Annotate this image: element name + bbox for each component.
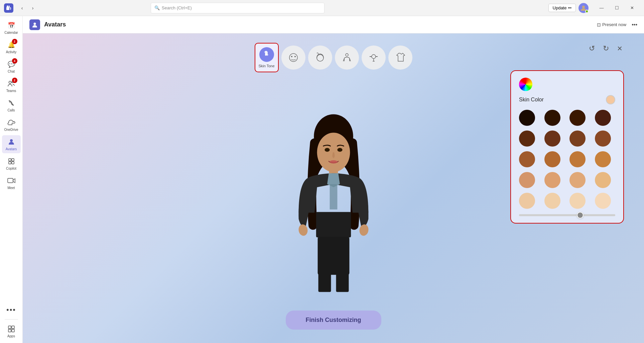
- meet-icon: [7, 176, 16, 185]
- selected-color-indicator: [606, 95, 615, 104]
- update-button[interactable]: Update •••: [548, 4, 576, 12]
- sidebar-label-meet: Meet: [7, 186, 15, 190]
- svg-point-1: [9, 6, 10, 7]
- finish-customizing-button[interactable]: Finish Customizing: [286, 311, 381, 330]
- teams-nav-icon: 2: [7, 79, 16, 88]
- sidebar-item-copilot[interactable]: Copilot: [2, 155, 21, 173]
- toolbar-body[interactable]: [335, 46, 359, 70]
- page-header: Avatars ⊡ Present now •••: [23, 16, 644, 33]
- sidebar-item-teams[interactable]: 2 Teams: [2, 77, 21, 95]
- svg-rect-35: [330, 184, 337, 209]
- svg-rect-0: [6, 7, 9, 10]
- sidebar-item-meet[interactable]: Meet: [2, 174, 21, 192]
- present-now-button[interactable]: ⊡ Present now: [594, 21, 629, 29]
- search-bar[interactable]: 🔍 Search (Ctrl+E): [151, 3, 325, 13]
- close-button[interactable]: ✕: [625, 3, 640, 13]
- toolbar-skin-tone[interactable]: Skin Tone: [255, 43, 279, 72]
- svg-rect-12: [8, 326, 11, 329]
- swatch-2-4[interactable]: [595, 131, 611, 147]
- swatch-1-3[interactable]: [569, 110, 586, 126]
- content-area: Avatars ⊡ Present now •••: [23, 16, 644, 343]
- swatch-5-1[interactable]: [519, 193, 535, 209]
- toolbar-accessories[interactable]: [362, 46, 386, 70]
- calendar-icon: 📅: [7, 21, 16, 30]
- swatch-4-2[interactable]: [544, 172, 560, 188]
- page-header-right: ⊡ Present now •••: [594, 21, 637, 29]
- swatch-1-1[interactable]: [519, 110, 535, 126]
- sidebar-label-activity: Activity: [6, 50, 17, 54]
- skin-tone-label: Skin Tone: [258, 64, 274, 68]
- window-controls: — ☐ ✕: [594, 3, 640, 13]
- skin-color-panel: Skin Color: [510, 70, 624, 224]
- undo-button[interactable]: ↺: [588, 43, 596, 54]
- sidebar-item-avatars[interactable]: Avatars: [2, 135, 21, 153]
- swatch-2-3[interactable]: [569, 131, 586, 147]
- header-more-button[interactable]: •••: [632, 22, 637, 28]
- search-placeholder: Search (Ctrl+E): [162, 5, 192, 10]
- sidebar-label-calls: Calls: [7, 108, 15, 112]
- swatch-5-3[interactable]: [569, 193, 586, 209]
- page-header-icon: [29, 19, 40, 30]
- sidebar-item-calendar[interactable]: 📅 Calendar: [2, 19, 21, 37]
- sidebar-item-calls[interactable]: Calls: [2, 96, 21, 114]
- swatch-3-3[interactable]: [569, 151, 586, 167]
- titlebar-right: Update ••• — ☐ ✕: [548, 3, 640, 13]
- svg-point-33: [358, 224, 369, 236]
- calls-icon: [7, 98, 16, 108]
- sidebar-label-apps: Apps: [7, 334, 15, 338]
- skin-slider-wrap: [519, 214, 615, 216]
- swatch-4-1[interactable]: [519, 172, 535, 188]
- avatar-toolbar: Skin Tone: [255, 43, 412, 72]
- redo-button[interactable]: ↻: [602, 43, 610, 54]
- skin-tone-icon: [259, 47, 274, 62]
- swatch-3-1[interactable]: [519, 151, 535, 167]
- sidebar-item-more[interactable]: •••: [2, 303, 21, 317]
- sidebar-label-calendar: Calendar: [4, 31, 18, 35]
- svg-rect-17: [265, 55, 268, 55]
- sidebar-item-apps[interactable]: Apps: [2, 322, 21, 340]
- svg-point-20: [294, 56, 296, 57]
- swatch-1-2[interactable]: [544, 110, 560, 126]
- swatch-1-4[interactable]: [595, 110, 611, 126]
- user-status-dot: [585, 10, 589, 13]
- copilot-icon: [7, 157, 16, 166]
- maximize-button[interactable]: ☐: [609, 3, 625, 13]
- avatar-area: Skin Tone: [23, 33, 644, 343]
- sidebar-item-onedrive[interactable]: OneDrive: [2, 116, 21, 134]
- svg-point-19: [291, 56, 292, 57]
- swatch-5-4[interactable]: [595, 193, 611, 209]
- toolbar-hair[interactable]: [308, 46, 332, 70]
- onedrive-icon: [7, 118, 16, 127]
- swatch-2-1[interactable]: [519, 131, 535, 147]
- swatch-3-2[interactable]: [544, 151, 560, 167]
- chat-icon: 💬 4: [7, 60, 16, 69]
- more-icon: •••: [7, 305, 16, 315]
- swatch-3-4[interactable]: [595, 151, 611, 167]
- sidebar-divider: [5, 319, 18, 320]
- swatch-4-3[interactable]: [569, 172, 586, 188]
- titlebar: ‹ › 🔍 Search (Ctrl+E) Update ••• — ☐ ✕: [0, 0, 644, 16]
- svg-rect-10: [12, 162, 14, 164]
- swatch-2-2[interactable]: [544, 131, 560, 147]
- search-icon: 🔍: [154, 5, 160, 10]
- sidebar-item-activity[interactable]: 🔔 2 Activity: [2, 38, 21, 56]
- chat-badge: 4: [12, 58, 17, 64]
- sidebar-label-chat: Chat: [8, 70, 15, 74]
- skin-tone-slider[interactable]: [519, 214, 615, 216]
- sidebar-item-chat[interactable]: 💬 4 Chat: [2, 58, 21, 76]
- nav-back[interactable]: ‹: [17, 3, 27, 13]
- swatch-4-4[interactable]: [595, 172, 611, 188]
- nav-forward[interactable]: ›: [28, 3, 37, 13]
- svg-point-29: [337, 148, 342, 152]
- sidebar-label-onedrive: OneDrive: [4, 128, 18, 132]
- minimize-button[interactable]: —: [594, 3, 609, 13]
- toolbar-clothing[interactable]: [388, 46, 412, 70]
- svg-point-18: [289, 54, 297, 62]
- color-wheel-icon: [519, 78, 532, 91]
- close-customizer-button[interactable]: ✕: [616, 43, 624, 54]
- toolbar-face[interactable]: [281, 46, 305, 70]
- user-avatar[interactable]: [578, 3, 589, 13]
- sidebar-label-avatars: Avatars: [6, 147, 17, 151]
- swatch-5-2[interactable]: [544, 193, 560, 209]
- svg-rect-8: [12, 159, 14, 161]
